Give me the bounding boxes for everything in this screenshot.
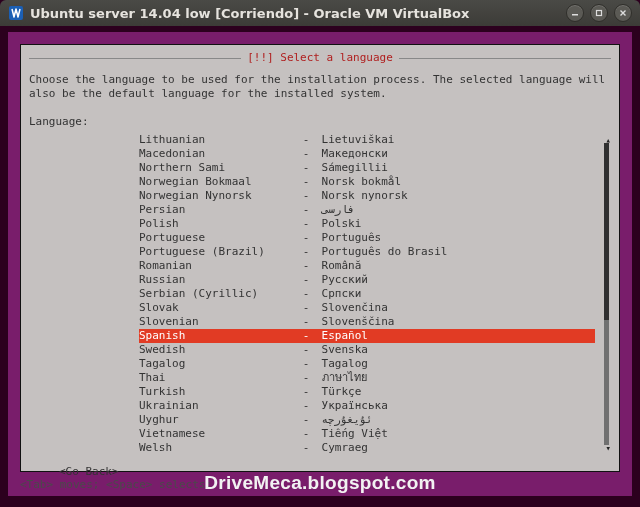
scroll-down-icon: ▾ — [606, 441, 611, 455]
language-english: Ukrainian — [139, 399, 297, 413]
separator-dash: - — [297, 217, 315, 231]
language-native: فارسی — [315, 203, 355, 217]
separator-dash: - — [297, 413, 315, 427]
language-english: Tagalog — [139, 357, 297, 371]
separator-dash: - — [297, 441, 315, 455]
language-english: Slovenian — [139, 315, 297, 329]
language-english: Serbian (Cyrillic) — [139, 287, 297, 301]
language-scrollbar[interactable]: ▴ ▾ — [601, 133, 611, 455]
separator-dash: - — [297, 357, 315, 371]
window-title: Ubuntu server 14.04 low [Corriendo] - Or… — [30, 6, 469, 21]
language-native: ئۇيغۇرچە — [315, 413, 373, 427]
separator-dash: - — [297, 427, 315, 441]
language-native: Српски — [315, 287, 361, 301]
minimize-icon — [571, 9, 579, 17]
close-icon — [619, 9, 627, 17]
separator-dash: - — [297, 189, 315, 203]
separator-dash: - — [297, 399, 315, 413]
language-option[interactable]: Thai- ภาษาไทย — [139, 371, 595, 385]
separator-dash: - — [297, 287, 315, 301]
language-option[interactable]: Persian- فارسی — [139, 203, 595, 217]
language-english: Vietnamese — [139, 427, 297, 441]
language-english: Persian — [139, 203, 297, 217]
language-option[interactable]: Romanian- Română — [139, 259, 595, 273]
language-native: Sámegillii — [315, 161, 388, 175]
language-native: Lietuviškai — [315, 133, 394, 147]
language-native: Slovenčina — [315, 301, 388, 315]
window-maximize-button[interactable] — [590, 4, 608, 22]
language-option[interactable]: Lithuanian- Lietuviškai — [139, 133, 595, 147]
language-option[interactable]: Serbian (Cyrillic)- Српски — [139, 287, 595, 301]
language-english: Polish — [139, 217, 297, 231]
svg-rect-2 — [597, 11, 602, 16]
language-english: Northern Sami — [139, 161, 297, 175]
separator-dash: - — [297, 175, 315, 189]
window-minimize-button[interactable] — [566, 4, 584, 22]
language-option[interactable]: Norwegian Nynorsk- Norsk nynorsk — [139, 189, 595, 203]
language-option[interactable]: Welsh- Cymraeg — [139, 441, 595, 455]
go-back-button[interactable]: <Go Back> — [29, 465, 611, 479]
language-native: Español — [315, 329, 368, 343]
separator-dash: - — [297, 259, 315, 273]
separator-dash: - — [297, 203, 315, 217]
language-option[interactable]: Portuguese (Brazil)- Português do Brasil — [139, 245, 595, 259]
language-english: Swedish — [139, 343, 297, 357]
separator-dash: - — [297, 231, 315, 245]
separator-dash: - — [297, 161, 315, 175]
language-english: Macedonian — [139, 147, 297, 161]
language-native: Polski — [315, 217, 361, 231]
scrollbar-thumb[interactable] — [604, 143, 609, 320]
language-native: Slovenščina — [315, 315, 394, 329]
language-option[interactable]: Slovak- Slovenčina — [139, 301, 595, 315]
language-list[interactable]: Lithuanian- LietuviškaiMacedonian- Макед… — [29, 133, 601, 455]
language-english: Russian — [139, 273, 297, 287]
language-english: Romanian — [139, 259, 297, 273]
language-native: Русский — [315, 273, 368, 287]
language-native: Svenska — [315, 343, 368, 357]
language-option[interactable]: Vietnamese- Tiếng Việt — [139, 427, 595, 441]
language-english: Turkish — [139, 385, 297, 399]
separator-dash: - — [297, 385, 315, 399]
separator-dash: - — [297, 315, 315, 329]
language-option[interactable]: Russian- Русский — [139, 273, 595, 287]
language-native: Македонски — [315, 147, 388, 161]
field-label-language: Language: — [29, 115, 611, 129]
language-english: Norwegian Bokmaal — [139, 175, 297, 189]
dialog-title: [!!] Select a language — [241, 51, 399, 65]
language-option[interactable]: Polish- Polski — [139, 217, 595, 231]
separator-dash: - — [297, 329, 315, 343]
language-native: Tagalog — [315, 357, 368, 371]
language-english: Spanish — [139, 329, 297, 343]
language-native: Türkçe — [315, 385, 361, 399]
language-native: Português — [315, 231, 381, 245]
language-english: Slovak — [139, 301, 297, 315]
language-option[interactable]: Ukrainian- Українська — [139, 399, 595, 413]
language-option[interactable]: Spanish- Español — [139, 329, 595, 343]
separator-dash: - — [297, 301, 315, 315]
language-option[interactable]: Tagalog- Tagalog — [139, 357, 595, 371]
language-option[interactable]: Slovenian- Slovenščina — [139, 315, 595, 329]
language-native: Norsk bokmål — [315, 175, 401, 189]
language-native: Українська — [315, 399, 388, 413]
window-close-button[interactable] — [614, 4, 632, 22]
language-option[interactable]: Uyghur- ئۇيغۇرچە — [139, 413, 595, 427]
language-english: Uyghur — [139, 413, 297, 427]
maximize-icon — [595, 9, 603, 17]
language-native: Cymraeg — [315, 441, 368, 455]
language-option[interactable]: Turkish- Türkçe — [139, 385, 595, 399]
language-option[interactable]: Portuguese- Português — [139, 231, 595, 245]
svg-rect-0 — [9, 6, 23, 20]
language-english: Thai — [139, 371, 297, 385]
separator-dash: - — [297, 273, 315, 287]
language-option[interactable]: Northern Sami- Sámegillii — [139, 161, 595, 175]
language-english: Portuguese — [139, 231, 297, 245]
separator-dash: - — [297, 245, 315, 259]
separator-dash: - — [297, 133, 315, 147]
language-option[interactable]: Swedish- Svenska — [139, 343, 595, 357]
language-english: Portuguese (Brazil) — [139, 245, 297, 259]
language-option[interactable]: Macedonian- Македонски — [139, 147, 595, 161]
separator-dash: - — [297, 343, 315, 357]
language-option[interactable]: Norwegian Bokmaal- Norsk bokmål — [139, 175, 595, 189]
language-native: Português do Brasil — [315, 245, 447, 259]
language-native: ภาษาไทย — [315, 371, 367, 385]
